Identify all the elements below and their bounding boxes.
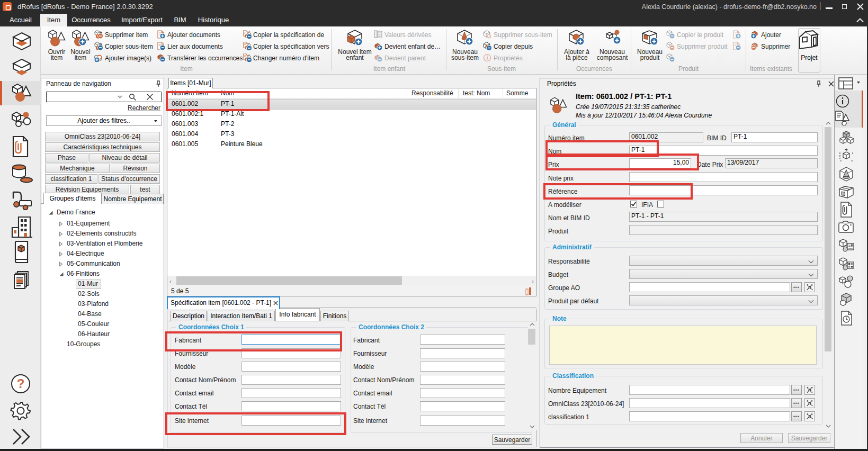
- svg-text:?: ?: [17, 376, 25, 391]
